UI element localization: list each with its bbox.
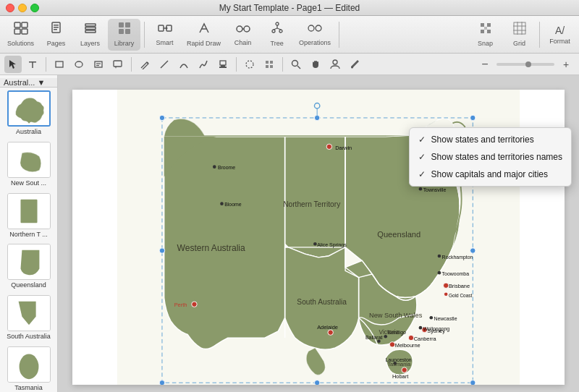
text-box-tool[interactable] xyxy=(90,56,107,73)
zoom-out-btn[interactable]: − xyxy=(476,56,494,73)
svg-text:Rockhampton: Rockhampton xyxy=(442,255,473,260)
toolbar-layers[interactable]: Layers xyxy=(74,19,106,51)
svg-rect-33 xyxy=(481,30,484,33)
grid-icon xyxy=(513,22,526,38)
zoom-in-btn[interactable]: + xyxy=(557,56,575,73)
canvas-area[interactable]: Darwin Perth Adelaide Melbourne Sydney B xyxy=(58,75,579,392)
operations-icon xyxy=(308,22,322,38)
select-tool[interactable] xyxy=(4,56,22,73)
svg-point-127 xyxy=(159,380,164,385)
svg-text:Brisbane: Brisbane xyxy=(449,283,470,289)
svg-point-95 xyxy=(313,242,317,246)
svg-rect-53 xyxy=(220,61,226,65)
chain-label: Chain xyxy=(234,39,252,46)
svg-point-77 xyxy=(326,144,331,149)
separator-1 xyxy=(144,22,145,48)
rubber-band-tool[interactable] xyxy=(241,56,258,73)
svg-text:Adelaide: Adelaide xyxy=(317,324,338,331)
toolbar-chain[interactable]: Chain xyxy=(227,19,259,51)
format2-tool[interactable] xyxy=(261,56,278,73)
title-bar: My Start Template - Page1 — Edited xyxy=(0,0,579,16)
page-tas-label: Tasmania xyxy=(14,384,43,392)
library-label: Library xyxy=(114,40,135,47)
page-australia-label: Australia xyxy=(16,128,41,136)
zoom-slider[interactable] xyxy=(496,63,554,66)
svg-point-51 xyxy=(147,62,148,64)
stamp-tool[interactable] xyxy=(214,56,232,73)
minimize-button[interactable] xyxy=(18,4,27,12)
chain-icon xyxy=(236,22,250,38)
pen-tool[interactable] xyxy=(136,56,153,73)
page-thumb-tasmania[interactable]: Tasmania xyxy=(5,346,53,392)
page-thumb-south-aus[interactable]: South Australia xyxy=(5,295,53,341)
ellipse-tool[interactable] xyxy=(70,56,88,73)
sidebar: Austral... ▼ Australia New Sout ... xyxy=(0,75,58,392)
library-icon xyxy=(118,22,131,38)
svg-rect-2 xyxy=(14,29,20,34)
solutions-icon xyxy=(14,22,28,38)
toolbar-rapid-draw[interactable]: Rapid Draw xyxy=(182,19,225,51)
sidebar-nav[interactable]: Austral... ▼ xyxy=(0,78,57,88)
svg-text:Newcastle: Newcastle xyxy=(434,316,457,321)
toolbar-smart[interactable]: Smart xyxy=(148,19,181,51)
menu-item-states[interactable]: ✓ Show states and territories xyxy=(410,131,571,148)
maximize-button[interactable] xyxy=(30,4,39,12)
page-thumb-new-south[interactable]: New Sout ... xyxy=(5,142,53,187)
menu-item-capitals[interactable]: ✓ Show capitals and major cities xyxy=(410,166,571,183)
svg-rect-68 xyxy=(20,199,37,223)
svg-rect-5 xyxy=(54,25,59,26)
svg-rect-59 xyxy=(266,65,269,68)
check-states: ✓ xyxy=(418,135,427,145)
menu-item-state-names[interactable]: ✓ Show states and territories names xyxy=(410,148,571,166)
format-label: Format xyxy=(549,38,570,45)
svg-rect-3 xyxy=(22,29,28,34)
check-capitals: ✓ xyxy=(418,169,427,179)
svg-text:Victoria: Victoria xyxy=(379,328,400,336)
svg-rect-12 xyxy=(125,22,130,27)
page-nt-label: Northern T ... xyxy=(9,231,48,239)
svg-point-24 xyxy=(272,30,275,33)
zoom-thumb[interactable] xyxy=(525,61,531,67)
hand-tool[interactable] xyxy=(307,56,324,73)
toolbar-grid[interactable]: Grid xyxy=(503,19,536,51)
svg-rect-7 xyxy=(54,29,57,30)
svg-point-20 xyxy=(237,26,242,32)
svg-text:Gold Coast: Gold Coast xyxy=(449,293,473,298)
rect-tool[interactable] xyxy=(51,56,68,73)
toolbar-operations[interactable]: Operations xyxy=(295,19,335,51)
user-tool[interactable] xyxy=(326,56,344,73)
svg-point-64 xyxy=(351,66,353,68)
pencil-tool[interactable] xyxy=(195,56,212,73)
text-tool[interactable] xyxy=(24,56,41,73)
snap-label: Snap xyxy=(478,40,493,47)
line-tool[interactable] xyxy=(156,56,173,73)
toolbar-tree[interactable]: Tree xyxy=(261,19,293,51)
svg-rect-32 xyxy=(487,23,491,27)
arc-tool[interactable] xyxy=(175,56,193,73)
main-toolbar: Solutions Pages Layers Library Smart Rap… xyxy=(0,16,579,54)
menu-states-label: Show states and territories xyxy=(431,135,534,145)
svg-rect-14 xyxy=(125,29,130,34)
page-thumb-queensland[interactable]: Queensland xyxy=(5,244,53,289)
svg-rect-44 xyxy=(56,61,63,67)
close-button[interactable] xyxy=(6,4,14,12)
svg-rect-58 xyxy=(270,61,273,64)
svg-rect-49 xyxy=(114,61,122,67)
toolbar-library[interactable]: Library xyxy=(108,19,140,51)
page-thumb-australia[interactable]: Australia xyxy=(5,90,53,136)
separator-3 xyxy=(539,22,540,48)
page-thumb-northern[interactable]: Northern T ... xyxy=(5,193,53,239)
svg-rect-31 xyxy=(481,23,484,27)
callout-tool[interactable] xyxy=(109,56,127,73)
svg-point-97 xyxy=(419,187,423,191)
brush-tool[interactable] xyxy=(346,56,363,73)
page-nsw-label: New Sout ... xyxy=(11,179,46,187)
svg-point-21 xyxy=(244,26,250,32)
toolbar-snap[interactable]: Snap xyxy=(469,19,502,51)
svg-text:Northern Territory: Northern Territory xyxy=(283,200,341,208)
svg-rect-60 xyxy=(270,65,273,68)
search-tool[interactable] xyxy=(287,56,305,73)
toolbar-solutions[interactable]: Solutions xyxy=(3,19,38,51)
toolbar-pages[interactable]: Pages xyxy=(40,19,72,51)
toolbar-format[interactable]: A/ Format xyxy=(544,19,576,51)
